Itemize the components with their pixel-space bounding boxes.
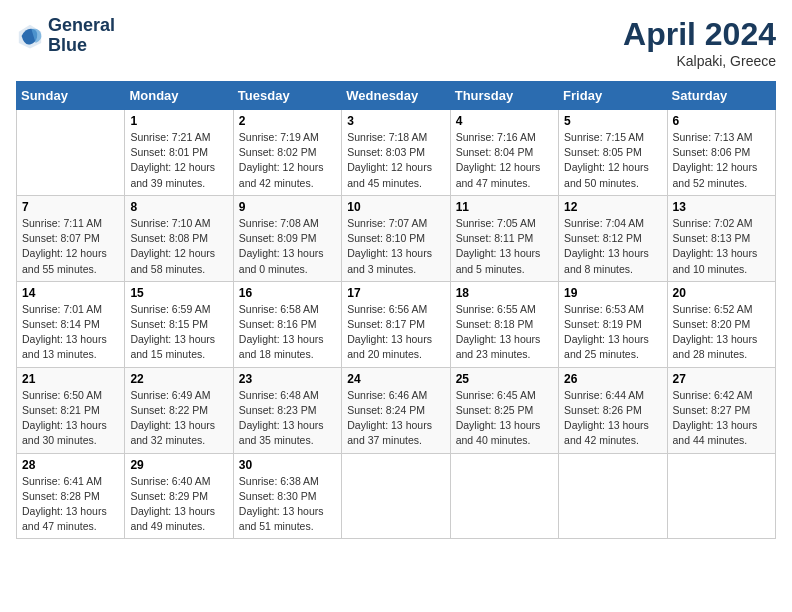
calendar-cell: 29Sunrise: 6:40 AM Sunset: 8:29 PM Dayli… (125, 453, 233, 539)
calendar-table: SundayMondayTuesdayWednesdayThursdayFrid… (16, 81, 776, 539)
calendar-week-row: 28Sunrise: 6:41 AM Sunset: 8:28 PM Dayli… (17, 453, 776, 539)
day-number: 13 (673, 200, 770, 214)
day-info: Sunrise: 6:50 AM Sunset: 8:21 PM Dayligh… (22, 388, 119, 449)
weekday-header-row: SundayMondayTuesdayWednesdayThursdayFrid… (17, 82, 776, 110)
day-number: 3 (347, 114, 444, 128)
day-number: 16 (239, 286, 336, 300)
calendar-cell: 21Sunrise: 6:50 AM Sunset: 8:21 PM Dayli… (17, 367, 125, 453)
calendar-cell: 20Sunrise: 6:52 AM Sunset: 8:20 PM Dayli… (667, 281, 775, 367)
day-info: Sunrise: 6:53 AM Sunset: 8:19 PM Dayligh… (564, 302, 661, 363)
weekday-header-thursday: Thursday (450, 82, 558, 110)
day-info: Sunrise: 6:56 AM Sunset: 8:17 PM Dayligh… (347, 302, 444, 363)
day-number: 25 (456, 372, 553, 386)
calendar-cell: 13Sunrise: 7:02 AM Sunset: 8:13 PM Dayli… (667, 195, 775, 281)
day-info: Sunrise: 6:42 AM Sunset: 8:27 PM Dayligh… (673, 388, 770, 449)
day-number: 21 (22, 372, 119, 386)
day-number: 15 (130, 286, 227, 300)
day-info: Sunrise: 6:41 AM Sunset: 8:28 PM Dayligh… (22, 474, 119, 535)
calendar-cell: 8Sunrise: 7:10 AM Sunset: 8:08 PM Daylig… (125, 195, 233, 281)
day-info: Sunrise: 7:15 AM Sunset: 8:05 PM Dayligh… (564, 130, 661, 191)
calendar-week-row: 1Sunrise: 7:21 AM Sunset: 8:01 PM Daylig… (17, 110, 776, 196)
day-info: Sunrise: 7:10 AM Sunset: 8:08 PM Dayligh… (130, 216, 227, 277)
title-block: April 2024 Kalpaki, Greece (623, 16, 776, 69)
calendar-cell: 14Sunrise: 7:01 AM Sunset: 8:14 PM Dayli… (17, 281, 125, 367)
day-number: 9 (239, 200, 336, 214)
day-info: Sunrise: 7:21 AM Sunset: 8:01 PM Dayligh… (130, 130, 227, 191)
day-info: Sunrise: 7:18 AM Sunset: 8:03 PM Dayligh… (347, 130, 444, 191)
page-header: General Blue April 2024 Kalpaki, Greece (16, 16, 776, 69)
day-number: 23 (239, 372, 336, 386)
calendar-cell: 18Sunrise: 6:55 AM Sunset: 8:18 PM Dayli… (450, 281, 558, 367)
day-info: Sunrise: 7:04 AM Sunset: 8:12 PM Dayligh… (564, 216, 661, 277)
location: Kalpaki, Greece (623, 53, 776, 69)
day-number: 5 (564, 114, 661, 128)
day-info: Sunrise: 7:08 AM Sunset: 8:09 PM Dayligh… (239, 216, 336, 277)
logo-text: General Blue (48, 16, 115, 56)
calendar-cell: 28Sunrise: 6:41 AM Sunset: 8:28 PM Dayli… (17, 453, 125, 539)
day-info: Sunrise: 6:49 AM Sunset: 8:22 PM Dayligh… (130, 388, 227, 449)
day-number: 26 (564, 372, 661, 386)
day-info: Sunrise: 7:07 AM Sunset: 8:10 PM Dayligh… (347, 216, 444, 277)
calendar-cell: 6Sunrise: 7:13 AM Sunset: 8:06 PM Daylig… (667, 110, 775, 196)
day-number: 17 (347, 286, 444, 300)
day-number: 12 (564, 200, 661, 214)
weekday-header-sunday: Sunday (17, 82, 125, 110)
calendar-cell: 27Sunrise: 6:42 AM Sunset: 8:27 PM Dayli… (667, 367, 775, 453)
weekday-header-wednesday: Wednesday (342, 82, 450, 110)
weekday-header-monday: Monday (125, 82, 233, 110)
month-title: April 2024 (623, 16, 776, 53)
calendar-cell: 16Sunrise: 6:58 AM Sunset: 8:16 PM Dayli… (233, 281, 341, 367)
calendar-cell: 30Sunrise: 6:38 AM Sunset: 8:30 PM Dayli… (233, 453, 341, 539)
day-number: 6 (673, 114, 770, 128)
calendar-week-row: 7Sunrise: 7:11 AM Sunset: 8:07 PM Daylig… (17, 195, 776, 281)
day-number: 20 (673, 286, 770, 300)
day-info: Sunrise: 6:38 AM Sunset: 8:30 PM Dayligh… (239, 474, 336, 535)
calendar-cell: 19Sunrise: 6:53 AM Sunset: 8:19 PM Dayli… (559, 281, 667, 367)
weekday-header-tuesday: Tuesday (233, 82, 341, 110)
calendar-cell: 26Sunrise: 6:44 AM Sunset: 8:26 PM Dayli… (559, 367, 667, 453)
day-info: Sunrise: 6:55 AM Sunset: 8:18 PM Dayligh… (456, 302, 553, 363)
day-number: 19 (564, 286, 661, 300)
day-info: Sunrise: 7:19 AM Sunset: 8:02 PM Dayligh… (239, 130, 336, 191)
day-number: 7 (22, 200, 119, 214)
calendar-cell: 7Sunrise: 7:11 AM Sunset: 8:07 PM Daylig… (17, 195, 125, 281)
day-info: Sunrise: 6:46 AM Sunset: 8:24 PM Dayligh… (347, 388, 444, 449)
day-number: 24 (347, 372, 444, 386)
day-info: Sunrise: 7:11 AM Sunset: 8:07 PM Dayligh… (22, 216, 119, 277)
calendar-cell: 24Sunrise: 6:46 AM Sunset: 8:24 PM Dayli… (342, 367, 450, 453)
calendar-cell: 11Sunrise: 7:05 AM Sunset: 8:11 PM Dayli… (450, 195, 558, 281)
calendar-cell (17, 110, 125, 196)
calendar-cell (559, 453, 667, 539)
calendar-cell: 22Sunrise: 6:49 AM Sunset: 8:22 PM Dayli… (125, 367, 233, 453)
day-info: Sunrise: 6:45 AM Sunset: 8:25 PM Dayligh… (456, 388, 553, 449)
logo: General Blue (16, 16, 115, 56)
day-info: Sunrise: 6:58 AM Sunset: 8:16 PM Dayligh… (239, 302, 336, 363)
day-info: Sunrise: 7:02 AM Sunset: 8:13 PM Dayligh… (673, 216, 770, 277)
calendar-cell (667, 453, 775, 539)
calendar-cell: 4Sunrise: 7:16 AM Sunset: 8:04 PM Daylig… (450, 110, 558, 196)
day-number: 18 (456, 286, 553, 300)
logo-icon (16, 22, 44, 50)
day-info: Sunrise: 6:52 AM Sunset: 8:20 PM Dayligh… (673, 302, 770, 363)
calendar-cell: 1Sunrise: 7:21 AM Sunset: 8:01 PM Daylig… (125, 110, 233, 196)
day-number: 11 (456, 200, 553, 214)
calendar-week-row: 21Sunrise: 6:50 AM Sunset: 8:21 PM Dayli… (17, 367, 776, 453)
day-number: 1 (130, 114, 227, 128)
calendar-week-row: 14Sunrise: 7:01 AM Sunset: 8:14 PM Dayli… (17, 281, 776, 367)
day-number: 10 (347, 200, 444, 214)
day-number: 30 (239, 458, 336, 472)
calendar-cell (342, 453, 450, 539)
day-number: 14 (22, 286, 119, 300)
day-info: Sunrise: 6:44 AM Sunset: 8:26 PM Dayligh… (564, 388, 661, 449)
day-number: 29 (130, 458, 227, 472)
weekday-header-saturday: Saturday (667, 82, 775, 110)
day-number: 28 (22, 458, 119, 472)
day-info: Sunrise: 7:13 AM Sunset: 8:06 PM Dayligh… (673, 130, 770, 191)
day-info: Sunrise: 6:40 AM Sunset: 8:29 PM Dayligh… (130, 474, 227, 535)
calendar-cell: 5Sunrise: 7:15 AM Sunset: 8:05 PM Daylig… (559, 110, 667, 196)
calendar-cell: 3Sunrise: 7:18 AM Sunset: 8:03 PM Daylig… (342, 110, 450, 196)
day-info: Sunrise: 6:59 AM Sunset: 8:15 PM Dayligh… (130, 302, 227, 363)
day-number: 2 (239, 114, 336, 128)
calendar-cell (450, 453, 558, 539)
day-number: 27 (673, 372, 770, 386)
